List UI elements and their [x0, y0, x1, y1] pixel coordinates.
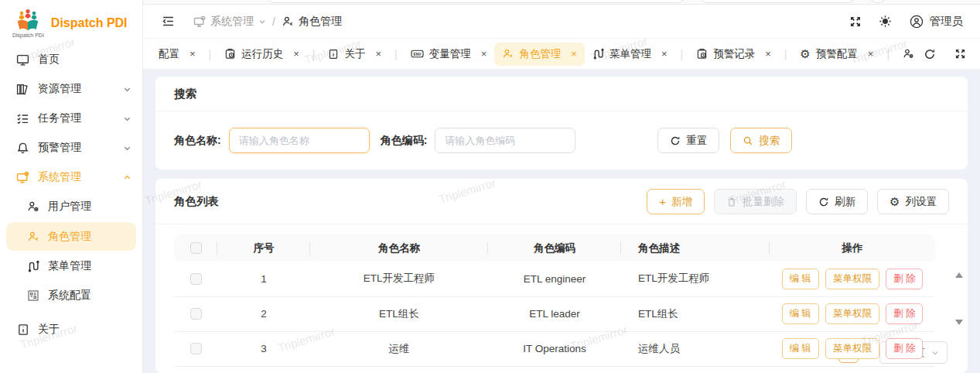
- theme-sun-icon[interactable]: [879, 15, 892, 28]
- tab-menu-management[interactable]: 菜单管理 ×: [585, 43, 675, 66]
- user-gear-icon: [26, 200, 40, 214]
- sidebar-item-resource[interactable]: 资源管理: [0, 74, 142, 104]
- close-icon[interactable]: ×: [765, 48, 771, 60]
- role-name-label: 角色名称:: [174, 134, 221, 148]
- row-checkbox[interactable]: [190, 343, 202, 354]
- close-icon[interactable]: ×: [293, 48, 299, 60]
- chevron-down-icon: [123, 85, 131, 94]
- row-checkbox[interactable]: [190, 273, 202, 285]
- tab-about[interactable]: 关于 ×: [320, 43, 389, 66]
- sidebar-item-task[interactable]: 任务管理: [0, 104, 142, 133]
- sidebar-item-label: 资源管理: [38, 82, 81, 96]
- table-row: 1 ETL开发工程师 ETL engineer ETL开发工程师 编 辑菜单权限…: [174, 262, 935, 296]
- delete-button[interactable]: 删 除: [886, 303, 923, 324]
- column-settings-button-label: 列设置: [906, 195, 937, 209]
- edit-button[interactable]: 编 辑: [782, 269, 819, 289]
- cell-role-code: IT Operations: [488, 331, 621, 366]
- menu-permission-button[interactable]: 菜单权限: [825, 303, 879, 324]
- qr-config-icon: [26, 289, 40, 303]
- sidebar-item-system[interactable]: 系统管理: [0, 163, 142, 192]
- sidebar-item-about[interactable]: 关于: [0, 315, 142, 344]
- table-row: 3 运维 IT Operations 运维人员 编 辑菜单权限删 除: [174, 331, 935, 366]
- top-strip-notch: [870, 0, 886, 3]
- column-header-role-desc: 角色描述: [621, 234, 770, 262]
- tab-alert-records[interactable]: 预警记录 ×: [688, 43, 779, 66]
- sidebar-item-label: 系统管理: [38, 170, 81, 184]
- collapse-sidebar-icon[interactable]: [162, 15, 175, 28]
- sidebar-item-home[interactable]: 首页: [0, 45, 142, 74]
- role-person-icon: [502, 48, 514, 60]
- role-person-icon: [282, 15, 294, 28]
- tab-alert-config[interactable]: ⚙ 预警配置 ×: [792, 43, 881, 66]
- avatar-icon: [909, 14, 924, 29]
- table-row: 2 ETL组长 ETL leader ETL组长 编 辑菜单权限删 除: [174, 296, 935, 331]
- tab-role-management[interactable]: 角色管理 ×: [494, 43, 585, 66]
- sidebar-item-alert[interactable]: 预警管理: [0, 133, 142, 163]
- tab-bar-actions: [924, 48, 969, 60]
- sidebar-item-menu-management[interactable]: 菜单管理: [0, 252, 142, 281]
- add-button-label: 新增: [671, 195, 692, 209]
- route-icon: [592, 48, 604, 60]
- search-button-label: 搜索: [759, 134, 780, 148]
- chevron-down-icon: [123, 144, 131, 152]
- batch-delete-button[interactable]: 批量删除: [714, 189, 797, 214]
- edit-button[interactable]: 编 辑: [782, 338, 819, 359]
- user-menu[interactable]: 管理员: [909, 14, 964, 29]
- tab-variable-management[interactable]: ENV 变量管理 ×: [403, 43, 495, 66]
- breadcrumb-current-label: 角色管理: [299, 15, 342, 29]
- tab-divider: [312, 48, 316, 60]
- system-gear-icon: [193, 15, 206, 28]
- refresh-icon: [670, 135, 681, 146]
- sidebar-item-user-management[interactable]: 用户管理: [0, 192, 142, 221]
- menu-permission-button[interactable]: 菜单权限: [825, 269, 879, 289]
- close-icon[interactable]: ×: [375, 48, 381, 60]
- tab-label: 配置: [159, 47, 179, 61]
- chevron-down-icon: [258, 18, 266, 26]
- delete-button[interactable]: 删 除: [886, 338, 923, 359]
- info-icon: [15, 323, 30, 337]
- role-code-input[interactable]: [435, 128, 575, 153]
- close-icon[interactable]: ×: [868, 48, 874, 60]
- delete-button[interactable]: 删 除: [886, 269, 923, 289]
- cell-role-name: 运维: [310, 331, 488, 366]
- close-icon[interactable]: ×: [481, 48, 487, 60]
- fullscreen-icon[interactable]: [849, 15, 862, 28]
- app-logo: Dispatch PDI: [12, 9, 44, 38]
- role-code-label: 角色编码:: [381, 134, 428, 148]
- row-checkbox[interactable]: [190, 308, 202, 320]
- books-icon: [15, 82, 30, 97]
- sidebar-item-system-config[interactable]: 系统配置: [0, 281, 142, 310]
- sidebar-item-role-management[interactable]: 角色管理: [6, 222, 136, 251]
- close-icon[interactable]: ×: [571, 48, 577, 60]
- cell-actions: 编 辑菜单权限删 除: [770, 262, 935, 296]
- tab-config[interactable]: 配置 ×: [151, 43, 203, 66]
- menu-permission-button[interactable]: 菜单权限: [825, 338, 879, 359]
- tab-divider: [209, 48, 212, 60]
- close-icon[interactable]: ×: [661, 48, 668, 60]
- tab-user-management-partial[interactable]: [895, 43, 922, 64]
- gear-icon: ⚙: [890, 196, 900, 207]
- scroll-up-arrow[interactable]: [955, 272, 963, 278]
- dispatch-pdi-logo-icon: [13, 9, 43, 32]
- role-table: 序号 角色名称 角色编码 角色描述 操作 1 ETL开发工程师: [174, 234, 935, 367]
- close-icon[interactable]: ×: [190, 48, 196, 60]
- tab-run-history[interactable]: 运行历史 ×: [217, 43, 307, 66]
- reset-button[interactable]: 重置: [657, 128, 719, 153]
- chevron-down-icon: [123, 115, 131, 123]
- search-button[interactable]: 搜索: [730, 128, 792, 153]
- breadcrumb-parent[interactable]: 系统管理: [193, 15, 266, 29]
- edit-button[interactable]: 编 辑: [782, 303, 819, 324]
- column-settings-button[interactable]: ⚙ 列设置: [877, 189, 949, 214]
- role-name-input[interactable]: [229, 128, 370, 153]
- select-all-checkbox[interactable]: [190, 242, 202, 254]
- env-icon: ENV: [411, 48, 424, 60]
- scroll-down-arrow[interactable]: [955, 320, 963, 325]
- sidebar-item-label: 用户管理: [48, 200, 91, 214]
- cell-role-code: ETL leader: [488, 296, 621, 331]
- add-button[interactable]: + 新增: [647, 189, 705, 214]
- fullscreen-icon[interactable]: [954, 48, 966, 60]
- refresh-button[interactable]: 刷新: [806, 189, 868, 214]
- refresh-icon[interactable]: [924, 48, 936, 60]
- cell-seq: 3: [217, 331, 310, 366]
- main-area: 系统管理 角色管理 管理员: [143, 0, 980, 373]
